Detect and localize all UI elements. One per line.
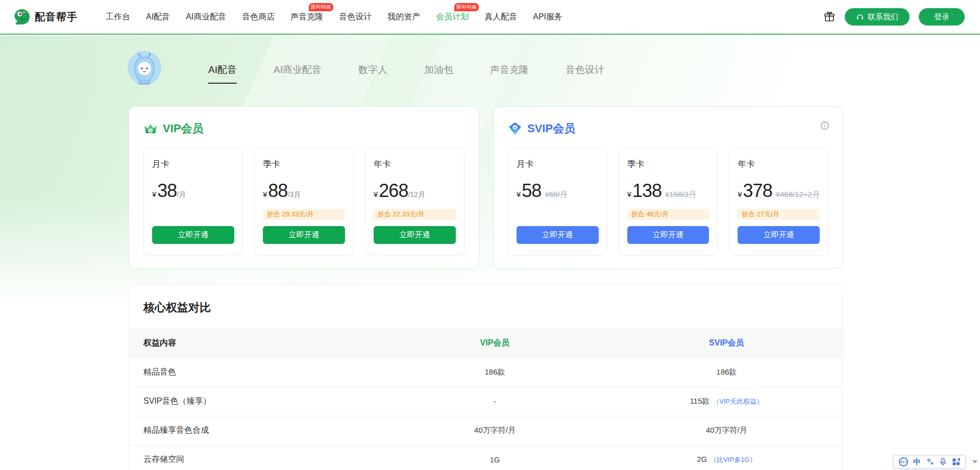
- nav-label: 工作台: [106, 12, 130, 21]
- comparison-title: 核心权益对比: [129, 285, 842, 329]
- svip-note-link[interactable]: （VIP无此权益）: [713, 398, 763, 405]
- plan-name: 季卡: [627, 158, 709, 170]
- ime-language-toggle[interactable]: 中: [913, 457, 921, 467]
- svip-value: 40万字符/月: [611, 416, 842, 445]
- ime-mic-icon[interactable]: [939, 458, 947, 466]
- ifly-logo-icon[interactable]: iFLY: [899, 457, 908, 466]
- mascot-avatar: [128, 51, 161, 85]
- benefit-name: 精品音色: [129, 358, 379, 387]
- top-navigation-bar: 配音帮手 工作台 AI配音 AI商业配音 音色商店 声音克隆 限时特惠 音色设计…: [0, 0, 980, 35]
- ime-grid-icon[interactable]: [952, 458, 960, 466]
- benefits-comparison-card: 核心权益对比 权益内容 VIP会员 SVIP会员 精品音色 186款 186款 …: [129, 284, 843, 470]
- nav-label: 音色商店: [242, 12, 275, 21]
- info-icon[interactable]: [820, 121, 829, 130]
- nav-label: API服务: [533, 12, 562, 21]
- brand-logo[interactable]: 配音帮手: [13, 8, 78, 26]
- nav-item-membership-plan[interactable]: 会员计划 限时特惠: [436, 12, 469, 22]
- table-row: 云存储空间 1G 2G（比VIP多1G）: [129, 445, 842, 470]
- contact-us-label: 联系我们: [868, 12, 898, 22]
- subscribe-button[interactable]: 立即开通: [263, 226, 345, 244]
- plan-name: 季卡: [263, 158, 345, 170]
- column-header-svip: SVIP会员: [611, 329, 842, 358]
- currency-symbol: ¥: [517, 190, 521, 199]
- original-price: ¥468/12+2月: [776, 190, 820, 200]
- discount-badge: 折合 46元/月: [627, 209, 709, 220]
- subscribe-button[interactable]: 立即开通: [374, 226, 456, 244]
- vip-plans: 月卡 ¥38/月 立即开通 季卡 ¥88/3月 折合 29.33元/月 立即开通: [143, 147, 464, 256]
- tab-booster-pack[interactable]: 加油包: [424, 63, 453, 84]
- diamond-svip-icon: s: [508, 122, 522, 135]
- nav-item-voice-design[interactable]: 音色设计: [339, 12, 372, 22]
- plan-price: ¥38/月: [152, 180, 234, 202]
- column-header-benefit: 权益内容: [129, 329, 379, 358]
- subscribe-button[interactable]: 立即开通: [627, 226, 709, 244]
- tab-ai-commercial-dubbing[interactable]: AI商业配音: [274, 63, 322, 84]
- table-header-row: 权益内容 VIP会员 SVIP会员: [129, 329, 842, 358]
- svip-note-link[interactable]: （比VIP多1G）: [710, 456, 756, 463]
- tab-voice-design[interactable]: 音色设计: [566, 63, 604, 84]
- currency-symbol: ¥: [263, 190, 267, 199]
- subscribe-button[interactable]: 立即开通: [152, 226, 234, 244]
- original-price: ¥158/3月: [665, 190, 696, 200]
- currency-symbol: ¥: [738, 190, 742, 199]
- main-nav: 工作台 AI配音 AI商业配音 音色商店 声音克隆 限时特惠 音色设计 我的资产…: [106, 12, 562, 22]
- contact-us-button[interactable]: 联系我们: [845, 8, 910, 26]
- nav-item-ai-commercial-dubbing[interactable]: AI商业配音: [186, 12, 226, 22]
- nav-item-voice-clone[interactable]: 声音克隆 限时特惠: [290, 12, 323, 22]
- nav-item-human-dubbing[interactable]: 真人配音: [484, 12, 517, 22]
- nav-label: AI配音: [146, 12, 170, 21]
- nav-item-my-assets[interactable]: 我的资产: [387, 12, 420, 22]
- nav-label: 我的资产: [387, 12, 420, 21]
- benefit-name: 精品臻享音色合成: [129, 416, 379, 445]
- nav-item-api-service[interactable]: API服务: [533, 12, 562, 22]
- svip-plans: 月卡 ¥58¥68/月 立即开通 季卡 ¥138¥158/3月 折合 46元/月…: [508, 147, 828, 256]
- nav-label: 音色设计: [339, 12, 372, 21]
- nav-label: AI商业配音: [186, 12, 226, 21]
- table-row: SVIP音色（臻享） - 115款（VIP无此权益）: [129, 387, 842, 416]
- discount-badge: 折合 29.33元/月: [263, 209, 345, 220]
- crown-vip-icon: v: [143, 122, 158, 135]
- plan-name: 月卡: [517, 158, 599, 170]
- vip-card-header: v VIP会员: [143, 121, 464, 136]
- discount-badge: 折合 27元/月: [738, 209, 820, 220]
- vip-plan-quarterly: 季卡 ¥88/3月 折合 29.33元/月 立即开通: [254, 147, 354, 256]
- limited-offer-badge: 限时特惠: [309, 3, 333, 11]
- tab-voice-clone[interactable]: 声音克隆: [490, 63, 529, 84]
- subscribe-button[interactable]: 立即开通: [517, 226, 599, 244]
- vip-card-title: VIP会员: [163, 121, 203, 136]
- svip-value: 115款（VIP无此权益）: [611, 387, 842, 416]
- gift-icon[interactable]: [823, 11, 836, 23]
- currency-symbol: ¥: [374, 190, 378, 199]
- brand-name: 配音帮手: [35, 10, 78, 24]
- login-button[interactable]: 登录: [919, 8, 965, 26]
- nav-item-ai-dubbing[interactable]: AI配音: [146, 12, 170, 22]
- page: 配音帮手 工作台 AI配音 AI商业配音 音色商店 声音克隆 限时特惠 音色设计…: [0, 0, 980, 470]
- svip-value: 2G（比VIP多1G）: [611, 445, 842, 470]
- nav-item-voice-store[interactable]: 音色商店: [242, 12, 275, 22]
- nav-item-workbench[interactable]: 工作台: [106, 12, 130, 22]
- price-unit: /12月: [408, 190, 425, 200]
- headset-icon: [856, 13, 864, 21]
- benefits-table: 权益内容 VIP会员 SVIP会员 精品音色 186款 186款 SVIP音色（…: [129, 329, 842, 470]
- tab-ai-dubbing[interactable]: AI配音: [208, 63, 237, 84]
- limited-offer-badge: 限时特惠: [454, 3, 479, 11]
- currency-symbol: ¥: [627, 190, 631, 199]
- plan-price: ¥88/3月: [263, 180, 345, 202]
- plan-price: ¥378¥468/12+2月: [738, 180, 820, 202]
- price-value: 378: [743, 180, 772, 202]
- column-header-vip: VIP会员: [379, 329, 610, 358]
- svip-plan-quarterly: 季卡 ¥138¥158/3月 折合 46元/月 立即开通: [619, 147, 718, 256]
- benefit-name: SVIP音色（臻享）: [129, 387, 379, 416]
- plan-name: 月卡: [152, 158, 234, 170]
- ifly-logo-text: iFLY: [900, 460, 907, 463]
- svg-text:s: s: [514, 125, 517, 130]
- subscribe-button[interactable]: 立即开通: [738, 226, 820, 244]
- benefit-name: 云存储空间: [129, 445, 379, 470]
- ime-punctuation-icon[interactable]: [926, 458, 934, 466]
- price-value: 88: [268, 180, 287, 202]
- vip-value: 186款: [379, 358, 610, 387]
- dropdown-caret-icon[interactable]: [972, 460, 977, 463]
- tab-digital-human[interactable]: 数字人: [358, 63, 387, 84]
- plan-price: ¥268/12月: [374, 180, 456, 202]
- plan-name: 年卡: [374, 158, 456, 170]
